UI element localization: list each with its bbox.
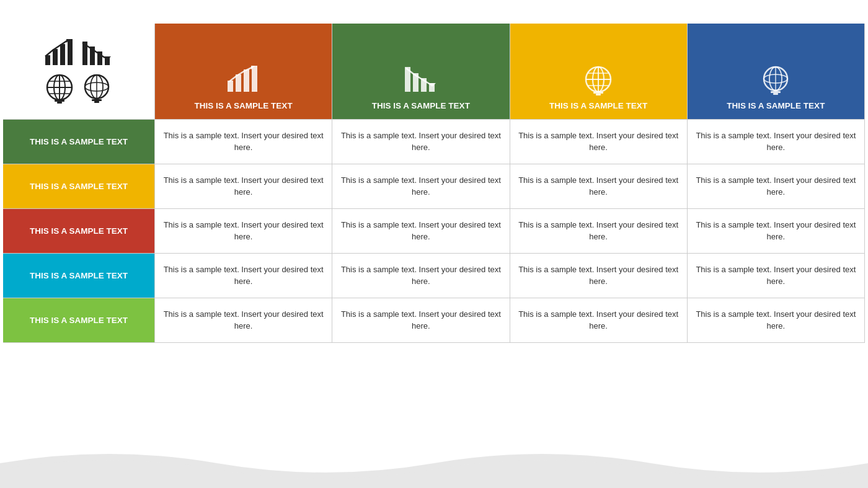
wave-decoration <box>0 438 868 488</box>
col-header-3: THIS IS A SAMPLE TEXT <box>510 24 687 120</box>
cell-r5-c3: This is a sample text. Insert your desir… <box>510 298 687 343</box>
col-header-2: THIS IS A SAMPLE TEXT <box>332 24 509 120</box>
bar-chart-down-col-icon <box>404 64 438 97</box>
svg-rect-26 <box>244 69 249 92</box>
cell-r2-c4: This is a sample text. Insert your desir… <box>688 164 864 209</box>
svg-rect-40 <box>593 92 603 94</box>
cell-r1-c2: This is a sample text. Insert your desir… <box>332 120 509 164</box>
col-header-label-3: THIS IS A SAMPLE TEXT <box>544 100 652 112</box>
cell-r3-c1: This is a sample text. Insert your desir… <box>155 209 332 254</box>
svg-rect-23 <box>94 101 99 103</box>
cell-r4-c2: This is a sample text. Insert your desir… <box>332 254 509 298</box>
cell-r2-c3: This is a sample text. Insert your desir… <box>510 164 687 209</box>
data-column-2: THIS IS A SAMPLE TEXTThis is a sample te… <box>332 24 510 343</box>
cell-r3-c4: This is a sample text. Insert your desir… <box>688 209 864 254</box>
icons-top-area <box>3 24 154 120</box>
svg-rect-22 <box>92 99 102 101</box>
svg-rect-16 <box>55 100 64 102</box>
bar-chart-up-col-icon <box>226 64 261 97</box>
col-header-label-1: THIS IS A SAMPLE TEXT <box>190 100 298 112</box>
row-label-2: THIS IS A SAMPLE TEXT <box>3 164 154 209</box>
svg-rect-3 <box>68 39 73 65</box>
cell-r5-c4: This is a sample text. Insert your desir… <box>688 298 864 343</box>
cell-r4-c1: This is a sample text. Insert your desir… <box>155 254 332 298</box>
svg-rect-2 <box>60 44 65 65</box>
col-header-label-4: THIS IS A SAMPLE TEXT <box>722 100 830 112</box>
cell-r1-c1: This is a sample text. Insert your desir… <box>155 120 332 164</box>
col-header-4: THIS IS A SAMPLE TEXT <box>688 24 864 120</box>
globe-3d-icon <box>81 73 113 105</box>
bar-chart-up-icon <box>44 38 76 68</box>
cell-r1-c3: This is a sample text. Insert your desir… <box>510 120 687 164</box>
cell-r4-c4: This is a sample text. Insert your desir… <box>688 254 864 298</box>
main-title <box>0 0 868 24</box>
svg-rect-47 <box>773 93 778 95</box>
cell-r1-c4: This is a sample text. Insert your desir… <box>688 120 864 164</box>
data-column-3: THIS IS A SAMPLE TEXTThis is a sample te… <box>510 24 688 343</box>
cell-r4-c3: This is a sample text. Insert your desir… <box>510 254 687 298</box>
data-column-1: THIS IS A SAMPLE TEXTThis is a sample te… <box>155 24 332 343</box>
globe-flat-col-icon <box>581 64 616 97</box>
svg-marker-9 <box>104 56 111 60</box>
row-label-5: THIS IS A SAMPLE TEXT <box>3 298 154 343</box>
row-labels: THIS IS A SAMPLE TEXTTHIS IS A SAMPLE TE… <box>3 120 154 343</box>
cell-r3-c3: This is a sample text. Insert your desir… <box>510 209 687 254</box>
col-header-label-2: THIS IS A SAMPLE TEXT <box>367 100 475 112</box>
svg-rect-17 <box>57 102 62 104</box>
svg-rect-1 <box>53 49 58 65</box>
svg-rect-25 <box>236 74 241 92</box>
cell-r5-c1: This is a sample text. Insert your desir… <box>155 298 332 343</box>
col-header-1: THIS IS A SAMPLE TEXT <box>155 24 332 120</box>
left-column: THIS IS A SAMPLE TEXTTHIS IS A SAMPLE TE… <box>3 24 155 343</box>
row-label-1: THIS IS A SAMPLE TEXT <box>3 120 154 164</box>
cell-r3-c2: This is a sample text. Insert your desir… <box>332 209 509 254</box>
globe-flat-icon <box>44 73 76 105</box>
data-columns: THIS IS A SAMPLE TEXTThis is a sample te… <box>155 24 865 343</box>
globe-3d-col-icon <box>758 64 793 97</box>
cell-r5-c2: This is a sample text. Insert your desir… <box>332 298 509 343</box>
bar-chart-down-icon <box>81 38 113 68</box>
svg-rect-27 <box>252 66 257 92</box>
row-label-4: THIS IS A SAMPLE TEXT <box>3 254 154 298</box>
cell-r2-c1: This is a sample text. Insert your desir… <box>155 164 332 209</box>
cell-r2-c2: This is a sample text. Insert your desir… <box>332 164 509 209</box>
svg-rect-24 <box>228 81 233 92</box>
comparison-table: THIS IS A SAMPLE TEXTTHIS IS A SAMPLE TE… <box>3 24 865 343</box>
data-column-4: THIS IS A SAMPLE TEXTThis is a sample te… <box>688 24 865 343</box>
row-label-3: THIS IS A SAMPLE TEXT <box>3 209 154 254</box>
svg-rect-41 <box>596 94 601 95</box>
svg-rect-46 <box>771 91 781 93</box>
